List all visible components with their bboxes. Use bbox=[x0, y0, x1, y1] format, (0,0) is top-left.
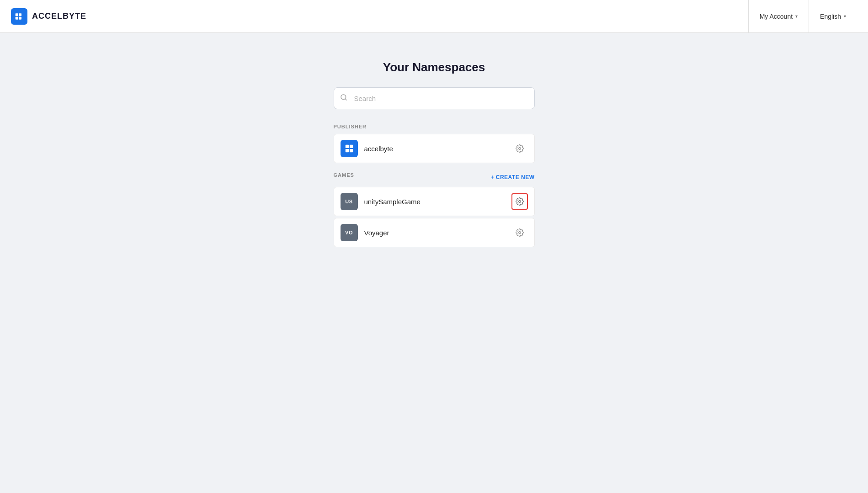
search-icon bbox=[340, 94, 347, 103]
svg-rect-8 bbox=[345, 149, 348, 152]
svg-rect-3 bbox=[19, 16, 21, 19]
my-account-label: My Account bbox=[760, 13, 793, 20]
main-content: Your Namespaces PUBLISHER accelbyte bbox=[0, 33, 868, 276]
games-section-label: GAMES bbox=[334, 172, 354, 178]
game-name-voyager: Voyager bbox=[364, 229, 511, 237]
publisher-name: accelbyte bbox=[364, 145, 511, 153]
svg-rect-0 bbox=[16, 13, 18, 16]
svg-rect-2 bbox=[16, 16, 18, 19]
game-item-unity-sample-game[interactable]: US unitySampleGame bbox=[334, 187, 535, 216]
svg-rect-9 bbox=[349, 149, 352, 152]
game-initials-unity: US bbox=[345, 199, 352, 204]
my-account-button[interactable]: My Account ▾ bbox=[748, 0, 809, 33]
game-settings-button-unity[interactable] bbox=[511, 193, 528, 210]
logo-area: ACCELBYTE bbox=[11, 8, 86, 25]
publisher-section-label: PUBLISHER bbox=[334, 124, 535, 129]
game-name-unity: unitySampleGame bbox=[364, 198, 511, 206]
my-account-chevron-icon: ▾ bbox=[795, 14, 798, 19]
language-chevron-icon: ▾ bbox=[844, 14, 846, 19]
svg-line-5 bbox=[345, 99, 346, 100]
search-container bbox=[334, 87, 535, 109]
svg-rect-7 bbox=[349, 145, 352, 148]
game-initials-voyager: VO bbox=[345, 230, 353, 235]
search-input[interactable] bbox=[334, 87, 535, 109]
game-settings-button-voyager[interactable] bbox=[511, 224, 528, 241]
game-item-voyager[interactable]: VO Voyager bbox=[334, 218, 535, 247]
create-new-label: + CREATE NEW bbox=[490, 174, 534, 180]
publisher-item-accelbyte[interactable]: accelbyte bbox=[334, 134, 535, 163]
svg-point-11 bbox=[518, 201, 521, 203]
language-button[interactable]: English ▾ bbox=[809, 0, 857, 33]
svg-rect-1 bbox=[19, 13, 21, 16]
create-new-button[interactable]: + CREATE NEW bbox=[490, 174, 534, 180]
namespaces-container: PUBLISHER accelbyte GAMES bbox=[334, 124, 535, 249]
svg-rect-6 bbox=[345, 145, 348, 148]
accelbyte-logo-icon bbox=[11, 8, 27, 25]
publisher-avatar bbox=[341, 140, 358, 157]
svg-point-10 bbox=[518, 148, 521, 150]
game-avatar-unity: US bbox=[341, 193, 358, 210]
game-avatar-voyager: VO bbox=[341, 224, 358, 241]
logo-text: ACCELBYTE bbox=[32, 11, 86, 21]
svg-point-12 bbox=[518, 232, 521, 234]
header: ACCELBYTE My Account ▾ English ▾ bbox=[0, 0, 868, 33]
header-right: My Account ▾ English ▾ bbox=[748, 0, 857, 33]
page-title: Your Namespaces bbox=[383, 60, 485, 74]
publisher-settings-button[interactable] bbox=[511, 140, 528, 157]
games-section: GAMES + CREATE NEW US unitySampleGame bbox=[334, 172, 535, 247]
games-section-header: GAMES + CREATE NEW bbox=[334, 172, 535, 182]
language-label: English bbox=[820, 13, 841, 20]
